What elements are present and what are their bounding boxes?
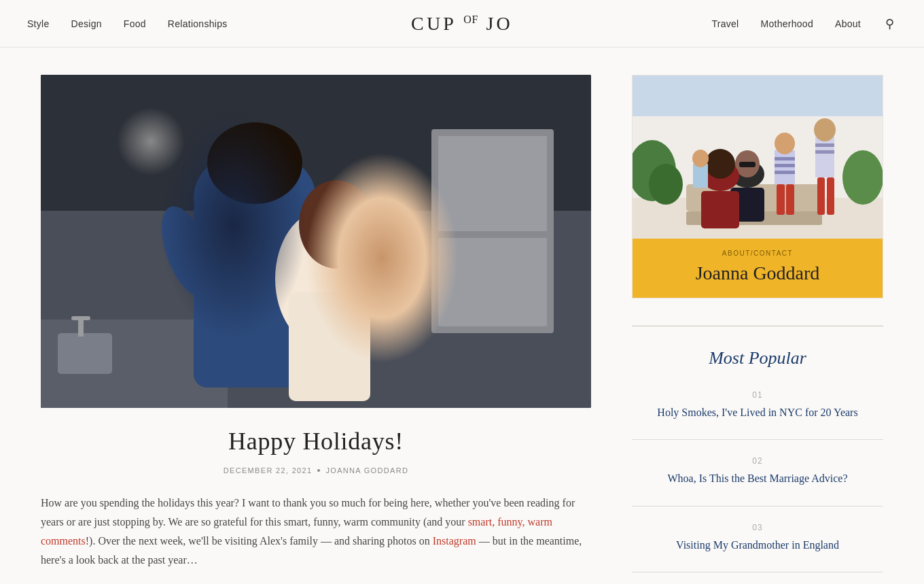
site-header: Style Design Food Relationships CUP OF J… (0, 0, 924, 48)
about-card: ABOUT/CONTACT Joanna Goddard (632, 75, 883, 298)
popular-link-3[interactable]: Visiting My Grandmother in England (676, 539, 839, 551)
hero-image-bg (41, 75, 591, 408)
svg-point-22 (842, 150, 883, 205)
about-contact-label: ABOUT/CONTACT (646, 250, 869, 257)
article-hero-image (41, 75, 591, 408)
popular-num-3: 03 (632, 523, 883, 532)
popular-link-2[interactable]: Whoa, Is This the Best Marriage Advice? (668, 473, 848, 484)
article-date: DECEMBER 22, 2021 (224, 466, 313, 475)
svg-point-11 (287, 200, 358, 303)
svg-rect-44 (815, 143, 834, 147)
article-title: Happy Holidays! (41, 427, 591, 456)
nav-relationships[interactable]: Relationships (168, 18, 228, 29)
popular-num-1: 01 (632, 390, 883, 400)
nav-left: Style Design Food Relationships (27, 18, 411, 29)
nav-travel[interactable]: Travel (711, 18, 739, 29)
main-content: Happy Holidays! DECEMBER 22, 2021 JOANNA… (41, 75, 591, 584)
svg-point-46 (814, 118, 836, 141)
svg-rect-31 (701, 191, 739, 228)
most-popular-section: Most Popular 01 Holy Smokes, I've Lived … (632, 348, 883, 584)
svg-point-7 (194, 150, 316, 245)
nav-about[interactable]: About (835, 18, 861, 29)
svg-rect-47 (817, 177, 825, 215)
svg-rect-17 (71, 316, 90, 320)
article-meta: DECEMBER 22, 2021 JOANNA GODDARD (41, 466, 591, 475)
svg-rect-38 (777, 184, 785, 215)
svg-point-13 (299, 180, 374, 269)
meta-separator (317, 469, 320, 472)
site-logo[interactable]: CUP OF JO (411, 13, 513, 35)
svg-rect-0 (41, 75, 591, 408)
svg-point-42 (692, 150, 709, 167)
svg-rect-45 (815, 150, 834, 154)
svg-rect-2 (41, 211, 591, 408)
svg-rect-5 (438, 136, 547, 231)
svg-point-40 (775, 133, 795, 154)
popular-num-2: 02 (632, 456, 883, 466)
svg-rect-37 (775, 171, 795, 174)
popular-item-1: 01 Holy Smokes, I've Lived in NYC for 20… (632, 390, 883, 420)
nav-food[interactable]: Food (124, 18, 146, 29)
svg-rect-48 (827, 177, 834, 215)
article-author: JOANNA GODDARD (325, 466, 408, 475)
svg-point-9 (207, 122, 302, 204)
popular-item-2: 02 Whoa, Is This the Best Marriage Advic… (632, 456, 883, 486)
svg-point-10 (152, 200, 222, 303)
nav-right: Travel Motherhood About ⚲ (513, 14, 897, 34)
svg-point-12 (275, 211, 370, 347)
svg-rect-41 (693, 164, 708, 188)
svg-rect-3 (41, 320, 228, 408)
svg-point-33 (705, 149, 735, 179)
search-icon[interactable]: ⚲ (883, 14, 897, 34)
svg-rect-15 (58, 333, 112, 374)
nav-design[interactable]: Design (71, 18, 102, 29)
svg-rect-35 (775, 157, 795, 160)
svg-rect-39 (786, 184, 794, 215)
svg-rect-6 (438, 238, 547, 326)
article-body: How are you spending the holidays this y… (41, 494, 591, 570)
about-card-image (633, 75, 883, 239)
author-name: Joanna Goddard (646, 262, 869, 284)
svg-rect-43 (815, 137, 834, 177)
svg-rect-8 (194, 197, 316, 388)
svg-rect-36 (775, 164, 795, 167)
popular-divider-1 (632, 439, 883, 440)
instagram-link[interactable]: Instagram (433, 535, 476, 547)
about-card-bottom: ABOUT/CONTACT Joanna Goddard (633, 239, 883, 298)
svg-rect-14 (289, 292, 370, 401)
sidebar: ABOUT/CONTACT Joanna Goddard Most Popula… (632, 75, 883, 584)
popular-divider-3 (632, 572, 883, 572)
popular-divider-2 (632, 506, 883, 506)
nav-style[interactable]: Style (27, 18, 50, 29)
nav-motherhood[interactable]: Motherhood (760, 18, 813, 29)
page-container: Happy Holidays! DECEMBER 22, 2021 JOANNA… (14, 48, 910, 584)
svg-rect-16 (78, 316, 84, 337)
sidebar-divider (632, 326, 883, 326)
svg-point-23 (649, 164, 683, 205)
popular-item-3: 03 Visiting My Grandmother in England (632, 523, 883, 553)
svg-rect-4 (431, 129, 554, 333)
svg-rect-29 (739, 162, 756, 167)
body-mid: !). Over the next week, we'll be visitin… (86, 535, 430, 547)
popular-link-1[interactable]: Holy Smokes, I've Lived in NYC for 20 Ye… (657, 407, 857, 418)
most-popular-title: Most Popular (632, 348, 883, 368)
svg-rect-1 (41, 75, 591, 211)
